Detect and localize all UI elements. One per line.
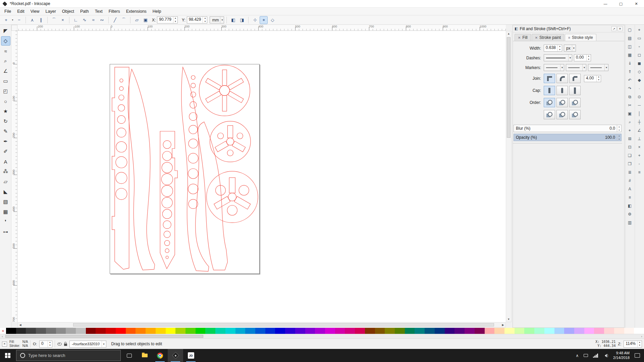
scroll-left-icon[interactable]: ◀ [18, 322, 23, 327]
zoom-drawing-button[interactable]: ⌕ [626, 118, 634, 126]
pencil-tool[interactable]: ✎ [1, 127, 10, 136]
join-bevel-button[interactable] [569, 74, 581, 83]
palette-swatch[interactable] [494, 328, 504, 334]
snap-guide-toggle[interactable]: ◦ [635, 160, 643, 168]
y-spin-arrows[interactable]: ▲▼ [203, 17, 207, 23]
palette-swatch[interactable] [136, 328, 146, 334]
node-symmetric-button[interactable]: ≈ [89, 16, 97, 24]
print-button[interactable]: ▦ [626, 51, 634, 59]
tab-stroke-paint[interactable]: ✕Stroke paint [532, 34, 564, 41]
dock-float-button[interactable]: ↗ [611, 26, 616, 31]
palette-swatch[interactable] [255, 328, 265, 334]
palette-swatch[interactable] [106, 328, 116, 334]
action-center-icon[interactable] [635, 353, 640, 358]
palette-swatch[interactable] [126, 328, 136, 334]
palette-swatch[interactable] [584, 328, 594, 334]
palette-swatch[interactable] [614, 328, 624, 334]
node-smooth-button[interactable]: ∿ [80, 16, 89, 24]
dash-pattern-dropdown[interactable]: ▾ [544, 54, 572, 61]
palette-swatch[interactable] [624, 328, 634, 334]
export-button[interactable]: ⇑ [626, 68, 634, 76]
menu-item-object[interactable]: Object [59, 8, 77, 15]
palette-swatch[interactable] [335, 328, 345, 334]
spiral-tool[interactable]: ↻ [1, 117, 10, 126]
network-signal-icon[interactable] [593, 354, 598, 358]
palette-swatch[interactable] [365, 328, 375, 334]
measure-tool[interactable]: ∠ [1, 66, 10, 76]
palette-swatch[interactable] [415, 328, 425, 334]
order-fsm-button[interactable] [544, 98, 555, 107]
zoom-spinbox[interactable]: 114% ▲▼ [624, 341, 642, 348]
opacity-spin-arrows[interactable]: ▲▼ [617, 134, 621, 141]
delete-segment-button[interactable]: × [59, 16, 67, 24]
tweak-tool[interactable]: ≈ [1, 46, 10, 56]
palette-swatch[interactable] [604, 328, 614, 334]
inkscape-taskbar-button[interactable] [168, 349, 183, 362]
start-button[interactable] [0, 349, 15, 362]
selector-tool[interactable]: ◤ [1, 26, 10, 36]
menu-item-view[interactable]: View [28, 8, 43, 15]
palette-swatch[interactable] [16, 328, 26, 334]
miter-limit-spin-arrows[interactable]: ▲▼ [596, 75, 601, 82]
palette-swatch[interactable] [76, 328, 86, 334]
palette-swatch[interactable] [265, 328, 275, 334]
palette-swatch[interactable] [205, 328, 215, 334]
volume-icon[interactable]: ) [603, 354, 608, 357]
stroke-to-path-button[interactable]: ▣ [142, 16, 150, 24]
join-round-button[interactable] [556, 74, 568, 83]
open-document-button[interactable]: ▤ [626, 34, 634, 42]
text-tool[interactable]: A [1, 157, 10, 166]
horizontal-scrollbar-thumb[interactable] [73, 323, 494, 326]
y-spinbox[interactable]: 98.429 ▲▼ [187, 16, 208, 23]
join-with-segment-button[interactable]: ⌒ [50, 16, 58, 24]
blur-spin-arrows[interactable]: ▲▼ [617, 125, 621, 132]
show-transform-handles-button[interactable]: ⊹ [251, 16, 259, 24]
snap-bbox-toggle[interactable]: ▭ [635, 34, 643, 42]
calligraphy-tool[interactable]: ✐ [1, 147, 10, 156]
cap-butt-button[interactable] [544, 86, 555, 95]
paste-button[interactable]: ▣ [626, 110, 634, 118]
show-handles-button[interactable]: ⌖ [260, 16, 268, 24]
menu-item-path[interactable]: Path [77, 8, 92, 15]
palette-swatch[interactable] [166, 328, 176, 334]
hidden-icons-chevron-icon[interactable]: ∧ [576, 353, 579, 358]
palette-swatch[interactable] [395, 328, 405, 334]
document-page[interactable] [110, 64, 260, 274]
edit-clip-button[interactable]: ◧ [229, 16, 237, 24]
x-spin-arrows[interactable]: ▲▼ [173, 17, 177, 23]
tab-stroke-style[interactable]: ≡Stroke style [565, 34, 596, 41]
menu-item-extensions[interactable]: Extensions [123, 8, 150, 15]
palette-swatch[interactable] [594, 328, 604, 334]
palette-swatch[interactable] [454, 328, 465, 334]
order-sfm-button[interactable] [556, 110, 568, 119]
snap-enable-toggle[interactable]: ⌖ [635, 26, 643, 34]
palette-swatch[interactable] [435, 328, 445, 334]
minimize-button[interactable]: — [598, 0, 613, 7]
palette-swatch[interactable] [445, 328, 455, 334]
palette-swatch[interactable] [385, 328, 395, 334]
scroll-up-icon[interactable]: ▲ [506, 31, 511, 36]
eraser-tool[interactable]: ▱ [1, 177, 10, 186]
zoom-spin-arrows[interactable]: ▲▼ [637, 341, 642, 347]
snap-node-cusp-toggle[interactable]: ⊙ [635, 93, 643, 101]
canvas[interactable] [17, 31, 506, 322]
palette-swatch[interactable] [26, 328, 36, 334]
bucket-tool[interactable]: ◣ [1, 187, 10, 196]
text-dialog-button[interactable]: A [626, 185, 634, 193]
jd-app-button[interactable]: JD [183, 349, 199, 362]
ungroup-button[interactable]: ❐ [626, 160, 634, 168]
bezier-tool[interactable]: ✒ [1, 137, 10, 146]
palette-swatch[interactable] [325, 328, 335, 334]
snap-grid-toggle[interactable]: + [635, 152, 643, 160]
palette-swatch[interactable] [196, 328, 206, 334]
menu-item-text[interactable]: Text [92, 8, 106, 15]
palette-swatch[interactable] [564, 328, 574, 334]
palette-swatch[interactable] [185, 328, 196, 334]
opacity-slider[interactable]: Opacity (%) 100.0 ▲▼ [514, 134, 622, 141]
cap-square-button[interactable] [569, 86, 581, 95]
palette-swatch[interactable] [156, 328, 166, 334]
palette-scroll-right-icon[interactable]: › [639, 334, 644, 339]
insert-nodes-menu-arrow[interactable]: ▾ [11, 16, 14, 24]
redo-button[interactable]: ↷ [626, 84, 634, 93]
marker-end-dropdown[interactable]: ▾ [588, 64, 608, 71]
